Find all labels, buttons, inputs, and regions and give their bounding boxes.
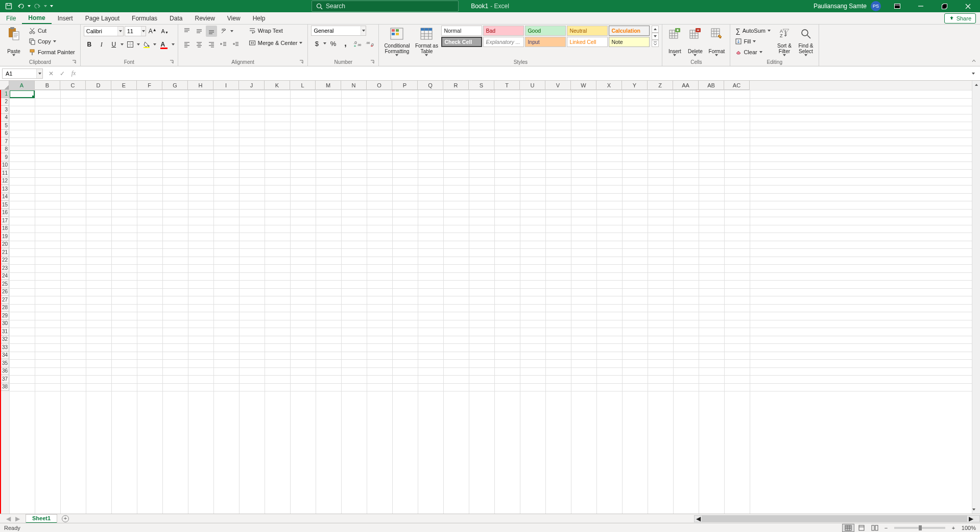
column-header-T[interactable]: T	[494, 81, 520, 90]
row-header-32[interactable]: 32	[1, 336, 9, 344]
decrease-indent-button[interactable]	[218, 39, 229, 50]
bold-button[interactable]: B	[84, 39, 95, 50]
zoom-in-button[interactable]: +	[949, 524, 958, 532]
column-header-O[interactable]: O	[367, 81, 392, 90]
column-header-X[interactable]: X	[596, 81, 622, 90]
row-header-15[interactable]: 15	[1, 201, 9, 209]
new-sheet-button[interactable]: +	[60, 514, 70, 524]
style-note[interactable]: Note	[609, 37, 650, 47]
copy-button[interactable]: Copy	[27, 36, 77, 47]
sheet-tab-sheet1[interactable]: Sheet1	[26, 514, 57, 523]
ribbon-display-options-button[interactable]	[886, 0, 909, 12]
style-neutral[interactable]: Neutral	[567, 26, 608, 36]
row-header-4[interactable]: 4	[1, 114, 9, 122]
hscroll-left[interactable]: ◀	[695, 515, 702, 522]
vertical-scrollbar[interactable]	[972, 90, 980, 514]
zoom-slider[interactable]	[894, 527, 945, 529]
row-header-8[interactable]: 8	[1, 146, 9, 154]
column-header-J[interactable]: J	[239, 81, 265, 90]
align-bottom-button[interactable]	[206, 26, 217, 37]
name-box-dropdown[interactable]	[36, 69, 42, 78]
fill-button[interactable]: Fill	[733, 36, 773, 47]
column-header-AA[interactable]: AA	[673, 81, 699, 90]
undo-dropdown-icon[interactable]	[28, 5, 31, 7]
column-header-AB[interactable]: AB	[699, 81, 724, 90]
italic-button[interactable]: I	[96, 39, 107, 50]
zoom-level[interactable]: 100%	[962, 525, 976, 531]
font-name-dropdown-icon[interactable]	[117, 27, 123, 36]
row-header-30[interactable]: 30	[1, 320, 9, 328]
name-box-input[interactable]	[3, 71, 36, 77]
maximize-button[interactable]	[933, 0, 955, 12]
comma-format-button[interactable]: ,	[340, 38, 351, 49]
row-header-38[interactable]: 38	[1, 383, 9, 391]
zoom-out-button[interactable]: −	[882, 524, 890, 532]
number-format-dropdown-icon[interactable]	[361, 26, 366, 35]
row-header-1[interactable]: 1	[1, 90, 9, 98]
row-header-33[interactable]: 33	[1, 343, 9, 352]
formula-bar-expand-button[interactable]	[969, 69, 978, 78]
accounting-format-button[interactable]: $	[311, 38, 322, 49]
zoom-slider-thumb[interactable]	[919, 525, 922, 530]
row-header-21[interactable]: 21	[1, 248, 9, 257]
accounting-dropdown-icon[interactable]	[323, 42, 326, 44]
row-header-10[interactable]: 10	[1, 161, 9, 170]
column-header-E[interactable]: E	[111, 81, 137, 90]
row-header-5[interactable]: 5	[1, 122, 9, 130]
insert-function-button[interactable]: fx	[68, 68, 79, 79]
tab-review[interactable]: Review	[188, 12, 221, 24]
minimize-button[interactable]	[910, 0, 932, 12]
font-name-input[interactable]	[84, 28, 118, 34]
row-header-6[interactable]: 6	[1, 130, 9, 138]
row-header-25[interactable]: 25	[1, 280, 9, 288]
row-header-37[interactable]: 37	[1, 375, 9, 383]
tab-data[interactable]: Data	[163, 12, 188, 24]
cut-button[interactable]: Cut	[27, 26, 77, 36]
column-header-Y[interactable]: Y	[622, 81, 648, 90]
number-format-input[interactable]	[312, 28, 360, 34]
scroll-down-arrow[interactable]	[972, 505, 975, 514]
align-left-button[interactable]	[181, 39, 193, 50]
format-cells-button[interactable]: Format	[706, 26, 727, 57]
sheet-nav-next[interactable]: ▶	[13, 515, 21, 523]
row-header-26[interactable]: 26	[1, 288, 9, 296]
hscroll-right[interactable]: ▶	[967, 515, 974, 522]
align-right-button[interactable]	[206, 39, 217, 50]
column-header-R[interactable]: R	[443, 81, 469, 90]
borders-button[interactable]	[125, 39, 136, 50]
style-good[interactable]: Good	[525, 26, 566, 36]
autosum-button[interactable]: ∑ AutoSum	[733, 26, 773, 36]
increase-indent-button[interactable]	[230, 39, 242, 50]
horizontal-scrollbar[interactable]: ◀ ▶	[694, 515, 980, 522]
column-header-Z[interactable]: Z	[648, 81, 673, 90]
row-header-17[interactable]: 17	[1, 217, 9, 225]
borders-dropdown-icon[interactable]	[137, 43, 140, 45]
font-launcher[interactable]	[169, 59, 175, 65]
column-header-V[interactable]: V	[545, 81, 571, 90]
row-header-18[interactable]: 18	[1, 225, 9, 233]
style-bad[interactable]: Bad	[483, 26, 524, 36]
column-header-U[interactable]: U	[520, 81, 545, 90]
row-header-27[interactable]: 27	[1, 296, 9, 304]
wrap-text-button[interactable]: Wrap Text	[247, 26, 305, 36]
row-header-24[interactable]: 24	[1, 272, 9, 281]
fill-color-button[interactable]	[141, 39, 152, 50]
style-calculation[interactable]: Calculation	[609, 26, 650, 36]
insert-cells-button[interactable]: Insert	[665, 26, 684, 57]
fill-color-dropdown-icon[interactable]	[153, 43, 156, 45]
format-painter-button[interactable]: Format Painter	[27, 47, 77, 57]
row-header-20[interactable]: 20	[1, 241, 9, 249]
align-center-button[interactable]	[194, 39, 205, 50]
column-header-G[interactable]: G	[162, 81, 188, 90]
column-header-C[interactable]: C	[60, 81, 86, 90]
align-middle-button[interactable]	[194, 26, 205, 37]
column-header-N[interactable]: N	[341, 81, 367, 90]
fill-dropdown-icon[interactable]	[753, 40, 756, 42]
increase-font-size-button[interactable]: A▲	[147, 26, 158, 37]
column-header-A[interactable]: A	[9, 81, 35, 90]
style-input[interactable]: Input	[525, 37, 566, 47]
row-header-14[interactable]: 14	[1, 193, 9, 201]
column-header-I[interactable]: I	[213, 81, 239, 90]
clear-dropdown-icon[interactable]	[759, 51, 762, 53]
account-username[interactable]: Pauliansang Samte	[814, 3, 867, 10]
